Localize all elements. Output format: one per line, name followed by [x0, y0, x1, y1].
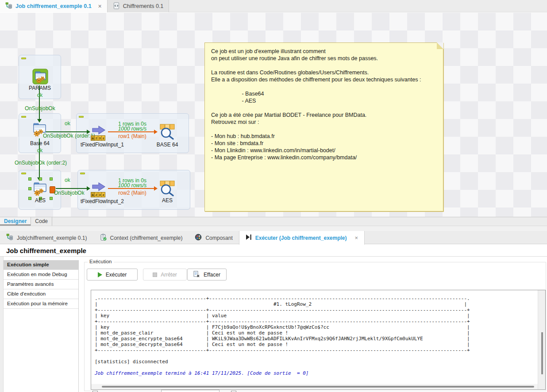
run-sidebar: Exécution simple Exécution en mode Debug…	[4, 260, 79, 392]
executer-button[interactable]: Exécuter	[87, 269, 138, 281]
selection-handle[interactable]	[28, 197, 31, 200]
selection-handle[interactable]	[28, 187, 31, 190]
horizontal-scrollbar[interactable]	[91, 384, 538, 389]
console-statistics-line: [statistics] disconnected	[95, 359, 168, 365]
component-palette-icon	[195, 234, 202, 242]
documentation-note[interactable]: Ce job est un job d'exemple illustrant c…	[204, 42, 443, 211]
status-label: ok	[37, 147, 43, 154]
console-log-table: .-------------------------------------+-…	[95, 296, 470, 353]
trigger-ok-label: ok	[65, 120, 70, 127]
tab-job-properties[interactable]: Job(chiffrement_exemple 0.1)	[0, 231, 93, 245]
trigger-line-aes-flow2	[56, 188, 87, 189]
vertical-scrollbar[interactable]	[538, 290, 545, 389]
row-main-label: row2 (Main)	[118, 190, 146, 196]
execution-group-label: Exécution	[88, 259, 114, 264]
flow-rate-label: 1000 rows/s	[118, 126, 147, 132]
tab-label: Job chiffrement_exemple 0.1	[15, 3, 92, 9]
code-file-icon	[113, 2, 120, 11]
sidebar-item-execution-memoire[interactable]: Exécution pour la mémoire	[4, 299, 78, 309]
sidebar-item-cible-execution[interactable]: Cible d'exécution	[4, 289, 78, 299]
component-label: BASE 64	[157, 142, 178, 148]
arreter-button[interactable]: Arrêter	[143, 269, 187, 281]
sidebar-item-execution-debug[interactable]: Exécution en mode Debug	[4, 270, 78, 280]
talend-studio-window: Job chiffrement_exemple 0.1 × Chiffremen…	[0, 0, 547, 392]
sidebar-item-execution-simple[interactable]: Exécution simple	[4, 260, 78, 270]
component-label: tFixedFlowInput_2	[81, 198, 124, 204]
context-clipboard-icon	[100, 234, 107, 242]
sidebar-item-parametres-avances[interactable]: Paramètres avancés	[4, 280, 78, 289]
trigger-label: OnSubjobOk (order:1)	[43, 133, 95, 139]
tab-label: Chiffrements 0.1	[123, 3, 163, 9]
component-label: AES	[162, 197, 173, 204]
tab-chiffrements-routine[interactable]: Chiffrements 0.1	[108, 0, 169, 12]
component-label: AES	[35, 197, 46, 204]
status-dash-icon	[79, 116, 84, 118]
scrollbar-thumb[interactable]	[541, 332, 543, 374]
close-icon[interactable]: ×	[98, 3, 102, 10]
execution-console[interactable]: .-------------------------------------+-…	[91, 290, 546, 390]
selection-handle[interactable]	[50, 197, 53, 200]
tab-designer[interactable]: Designer	[0, 217, 31, 226]
tab-composant[interactable]: Composant	[189, 231, 239, 245]
flow-rate-label: 1000 rows/s	[118, 182, 147, 188]
tab-job-chiffrement-exemple[interactable]: Job chiffrement_exemple 0.1 ×	[0, 0, 108, 12]
flow-digits-icon: a23z	[91, 135, 105, 141]
tab-label: Exécuter (Job chiffrement_exemple)	[255, 235, 347, 241]
job-icon	[5, 2, 12, 11]
panel-divider	[0, 226, 547, 231]
arrowhead-right-icon	[154, 130, 158, 134]
component-label: Base 64	[30, 140, 50, 146]
status-dash-icon	[21, 58, 26, 59]
selection-handle[interactable]	[39, 177, 42, 181]
run-view-content: Exécution simple Exécution en mode Debug…	[0, 257, 547, 392]
aes-component-icon[interactable]	[32, 181, 48, 199]
status-label: ok	[37, 92, 43, 98]
view-tab-bar: Designer Code	[0, 217, 547, 226]
left-rail	[0, 257, 4, 392]
bottom-panel-tab-bar: Job(chiffrement_exemple 0.1) Context (ch…	[0, 231, 547, 244]
run-play-icon	[246, 234, 252, 242]
component-label: PARAMS	[29, 85, 51, 91]
console-option-field[interactable]	[161, 390, 220, 392]
tab-label: Job(chiffrement_exemple 0.1)	[17, 235, 87, 241]
note-text: Ce job est un job d'exemple illustrant c…	[205, 43, 443, 166]
trigger-label: OnSubjobOk	[25, 105, 55, 111]
job-design-canvas[interactable]: PARAMS ok OnSubjobOk Base 64 ok ok OnSub…	[0, 13, 547, 217]
editor-tab-bar: Job chiffrement_exemple 0.1 × Chiffremen…	[0, 0, 547, 12]
tab-executer[interactable]: Exécuter (Job chiffrement_exemple) ×	[239, 231, 365, 245]
status-dash-icon	[21, 173, 26, 174]
scrollbar-thumb[interactable]	[102, 386, 534, 388]
trigger-ok-label: ok	[65, 177, 70, 183]
run-view-title: Job chiffrement_exemple	[0, 244, 547, 257]
effacer-button[interactable]: Effacer	[187, 269, 227, 281]
tab-code[interactable]: Code	[31, 217, 52, 226]
tab-context[interactable]: Context (chiffrement_exemple)	[93, 231, 189, 245]
trigger-label: OnSubjobOk	[54, 190, 85, 196]
base64-logrow-component-icon[interactable]	[159, 123, 176, 142]
flow-digits-icon: a23z	[91, 192, 105, 197]
stop-icon	[153, 273, 157, 277]
tab-label: Composant	[205, 235, 232, 241]
job-icon	[6, 234, 13, 242]
params-component-icon[interactable]	[32, 69, 48, 86]
close-icon[interactable]: ×	[355, 234, 358, 241]
trigger-line-base64-flow1	[42, 131, 87, 132]
selection-handle[interactable]	[50, 177, 53, 181]
console-end-line: Job chiffrement_exemple terminé à 16:41 …	[95, 370, 308, 376]
selection-handle[interactable]	[28, 177, 31, 181]
trigger-label: OnSubjobOk (order:2)	[15, 160, 67, 166]
play-icon	[98, 272, 102, 277]
clear-log-icon	[193, 271, 200, 279]
status-dash-icon	[21, 116, 26, 118]
arrowhead-right-icon	[87, 186, 90, 191]
tab-label: Context (chiffrement_exemple)	[110, 235, 183, 241]
component-label: tFixedFlowInput_1	[81, 142, 124, 148]
arrowhead-right-icon	[154, 186, 158, 191]
aes-logrow-component-icon[interactable]	[159, 180, 176, 199]
row-main-label: row1 (Main)	[118, 133, 146, 139]
status-dash-icon	[80, 173, 85, 174]
